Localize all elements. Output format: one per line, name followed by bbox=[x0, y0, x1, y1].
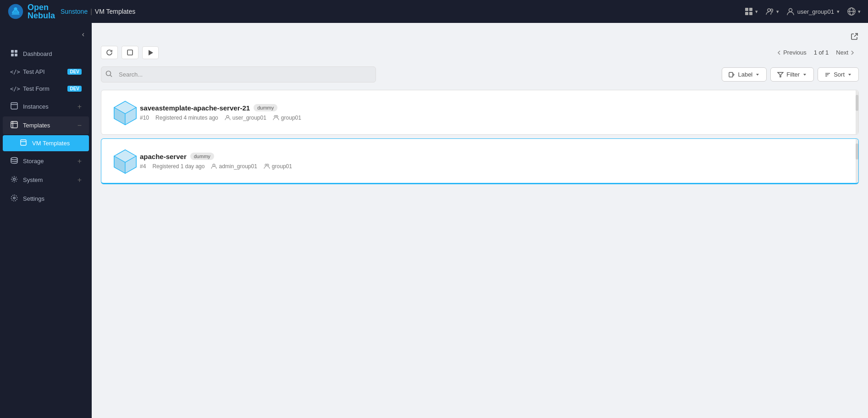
filter-button[interactable]: Filter bbox=[770, 67, 814, 82]
card-group-1: group01 bbox=[264, 163, 292, 170]
sidebar-label-dashboard: Dashboard bbox=[23, 50, 82, 57]
external-link-icon[interactable] bbox=[851, 32, 859, 42]
user-menu[interactable]: user_group01 ▾ bbox=[786, 7, 840, 16]
sidebar-label-storage: Storage bbox=[23, 158, 73, 165]
sidebar-label-templates: Templates bbox=[23, 122, 73, 129]
card-badge-1: dummy bbox=[190, 153, 214, 160]
svg-line-30 bbox=[111, 75, 112, 77]
breadcrumb-sep: | bbox=[90, 8, 92, 15]
search-box bbox=[101, 66, 376, 82]
svg-point-52 bbox=[267, 164, 269, 166]
sidebar-item-system[interactable]: System + bbox=[3, 171, 89, 189]
sidebar-item-templates[interactable]: Templates − bbox=[3, 116, 89, 134]
sidebar-item-test-api[interactable]: </> Test API DEV bbox=[3, 64, 89, 80]
breadcrumb-app[interactable]: Sunstone bbox=[61, 8, 88, 15]
test-api-badge: DEV bbox=[67, 69, 82, 75]
sidebar-item-settings[interactable]: Settings bbox=[3, 190, 89, 208]
instances-icon bbox=[10, 102, 18, 111]
toolbar-right: Previous 1 of 1 Next bbox=[773, 47, 859, 58]
svg-point-6 bbox=[768, 9, 770, 11]
svg-point-8 bbox=[789, 9, 792, 12]
topbar: Open Nebula Sunstone | VM Templates ▾ ▾ … bbox=[0, 0, 868, 23]
sidebar-label-instances: Instances bbox=[23, 103, 73, 110]
sidebar-item-storage[interactable]: Storage + bbox=[3, 152, 89, 170]
sort-btn-text: Sort bbox=[834, 71, 845, 78]
svg-marker-32 bbox=[756, 74, 759, 76]
svg-point-7 bbox=[770, 9, 773, 11]
collapse-sidebar-button[interactable]: ‹ bbox=[78, 28, 88, 40]
sidebar-item-vm-templates[interactable]: VM Templates bbox=[3, 135, 89, 151]
svg-rect-13 bbox=[15, 50, 17, 53]
card-badge-0: dummy bbox=[254, 104, 277, 111]
card-body-0: saveastemplate-apache-server-21 dummy #1… bbox=[140, 104, 849, 121]
sidebar-label-system: System bbox=[23, 176, 73, 183]
toolbar-left bbox=[101, 46, 159, 59]
breadcrumb: Sunstone | VM Templates bbox=[61, 8, 135, 15]
card-owner-0: user_group01 bbox=[225, 115, 266, 121]
select-all-button[interactable] bbox=[122, 46, 138, 59]
settings-icon bbox=[10, 194, 18, 203]
svg-rect-14 bbox=[11, 54, 14, 56]
logo-line1: Open bbox=[28, 3, 55, 11]
system-icon bbox=[10, 176, 18, 184]
search-row: Label Filter Sort bbox=[101, 66, 859, 82]
template-card-1[interactable]: apache-server dummy #4 Registered 1 day … bbox=[101, 138, 859, 184]
card-body-1: apache-server dummy #4 Registered 1 day … bbox=[140, 153, 849, 170]
svg-rect-21 bbox=[21, 140, 26, 145]
template-icon-0 bbox=[111, 98, 140, 127]
svg-line-26 bbox=[854, 33, 857, 37]
previous-button[interactable]: Previous bbox=[773, 47, 810, 58]
storage-expand-icon: + bbox=[77, 157, 82, 165]
next-label: Next bbox=[836, 49, 848, 56]
template-card-0[interactable]: saveastemplate-apache-server-21 dummy #1… bbox=[101, 90, 859, 135]
svg-point-29 bbox=[106, 71, 111, 76]
svg-marker-38 bbox=[848, 74, 851, 76]
username: user_group01 bbox=[797, 8, 834, 15]
instances-expand-icon: + bbox=[77, 103, 82, 111]
sidebar-item-test-form[interactable]: </> Test Form DEV bbox=[3, 81, 89, 97]
svg-rect-18 bbox=[11, 121, 17, 128]
card-owner-1: admin_group01 bbox=[211, 163, 257, 170]
globe-icon[interactable]: ▾ bbox=[847, 7, 861, 16]
card-id-0: #10 bbox=[140, 115, 149, 121]
search-input[interactable] bbox=[101, 66, 376, 82]
toolbar: Previous 1 of 1 Next bbox=[101, 46, 859, 59]
svg-rect-4 bbox=[745, 12, 748, 15]
svg-rect-5 bbox=[749, 12, 752, 15]
svg-marker-33 bbox=[778, 72, 783, 77]
sidebar-label-settings: Settings bbox=[23, 195, 82, 202]
logo[interactable]: Open Nebula bbox=[7, 3, 55, 20]
svg-point-23 bbox=[11, 158, 17, 160]
svg-point-45 bbox=[276, 116, 278, 117]
sidebar-label-test-form: Test Form bbox=[23, 85, 63, 92]
grid-view-icon[interactable]: ▾ bbox=[744, 7, 758, 16]
card-title-1: apache-server bbox=[140, 153, 187, 160]
svg-marker-28 bbox=[149, 50, 153, 55]
svg-rect-3 bbox=[749, 8, 752, 11]
svg-rect-12 bbox=[11, 50, 14, 53]
next-button[interactable]: Next bbox=[832, 47, 859, 58]
search-icon bbox=[105, 70, 113, 79]
card-meta-0: #10 Registered 4 minutes ago user_group0… bbox=[140, 115, 849, 121]
filter-btn-text: Filter bbox=[786, 71, 800, 78]
play-button[interactable] bbox=[142, 46, 159, 59]
card-title-0: saveastemplate-apache-server-21 bbox=[140, 104, 250, 112]
sort-button[interactable]: Sort bbox=[818, 67, 859, 82]
svg-point-1 bbox=[14, 7, 17, 11]
system-expand-icon: + bbox=[77, 176, 82, 184]
users-icon[interactable]: ▾ bbox=[765, 7, 779, 16]
svg-rect-27 bbox=[127, 50, 133, 55]
card-registered-0: Registered 4 minutes ago bbox=[155, 115, 218, 121]
code-icon: </> bbox=[10, 69, 18, 75]
label-filter-button[interactable]: Label bbox=[722, 67, 767, 82]
svg-rect-31 bbox=[729, 72, 733, 77]
card-group-0: group01 bbox=[273, 115, 301, 121]
refresh-button[interactable] bbox=[101, 46, 118, 59]
main-header bbox=[101, 32, 859, 42]
storage-icon bbox=[10, 157, 18, 165]
filter-buttons: Label Filter Sort bbox=[722, 67, 859, 82]
logo-icon bbox=[7, 3, 24, 20]
svg-rect-15 bbox=[15, 54, 17, 56]
sidebar-item-dashboard[interactable]: Dashboard bbox=[3, 45, 89, 63]
sidebar-item-instances[interactable]: Instances + bbox=[3, 98, 89, 116]
